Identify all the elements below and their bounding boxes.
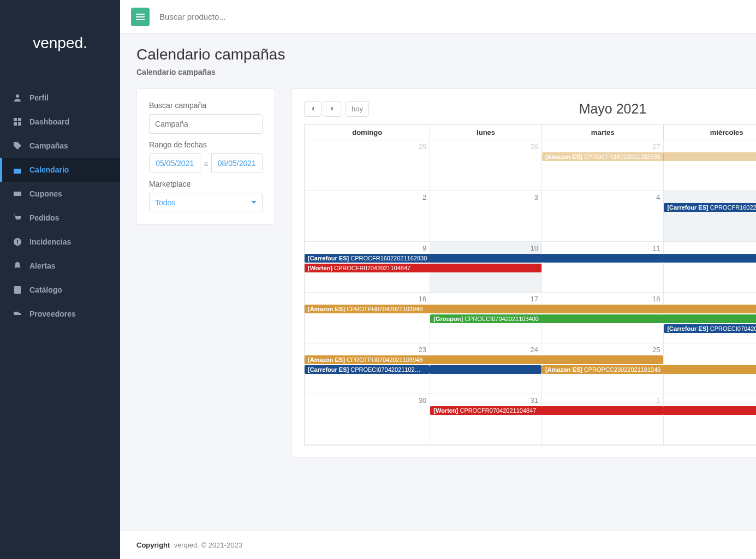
event-amazon[interactable]: [663, 305, 756, 313]
calendar-cell[interactable]: 31 [Worten] CPROCFR07042021104847: [430, 394, 542, 445]
event-worten[interactable]: [Worten] CPROCFR07042021104847: [305, 264, 430, 272]
sidebar-item-proveedores[interactable]: Proveedores: [0, 302, 120, 326]
event-carrefour[interactable]: [430, 365, 541, 374]
next-button[interactable]: [324, 101, 341, 117]
event-carrefour[interactable]: [Carrefour ES] CPROCFR16022021162830: [305, 254, 430, 263]
svg-rect-9: [17, 240, 18, 242]
calendar-cell[interactable]: 16 [Amazon ES] CPROTPH07042021103948: [305, 293, 430, 343]
event-worten[interactable]: [Worten] CPROCFR07042021104847: [430, 406, 542, 415]
event-worten[interactable]: [663, 406, 756, 415]
event-worten[interactable]: [430, 264, 541, 272]
event-groupon[interactable]: [663, 314, 756, 323]
sidebar-item-incidencias[interactable]: Incidencias: [0, 230, 120, 254]
calendar-cell[interactable]: 5 [Carrefour ES] CPROCFR16022021162830: [664, 191, 756, 242]
calendar-cell[interactable]: 4: [542, 191, 664, 242]
event-amazon[interactable]: [541, 355, 664, 364]
calendar-cell[interactable]: 1: [542, 394, 664, 445]
event-amazon[interactable]: [541, 305, 664, 313]
event-amazon[interactable]: [Amazon ES] CPROTPH07042021103948: [305, 305, 430, 313]
day-number: 16: [419, 295, 426, 303]
sidebar-item-campanas[interactable]: Campañas: [0, 134, 120, 158]
day-number: 4: [656, 193, 660, 201]
sidebar-item-label: Alertas: [29, 261, 55, 270]
day-number: 27: [652, 142, 660, 151]
event-amazon[interactable]: [663, 152, 756, 161]
svg-rect-3: [14, 122, 17, 126]
calendar-cell[interactable]: 17 [Groupon] CPROECI07042021103400: [430, 293, 542, 343]
event-amazon[interactable]: [430, 355, 542, 364]
sidebar-item-label: Cupones: [29, 189, 62, 198]
nav: Perfil Dashboard Campañas Calendario Cup…: [0, 86, 120, 559]
search-campaign-input[interactable]: [149, 114, 263, 134]
event-carrefour[interactable]: [Carrefour ES] CPROECI07042021102615: [664, 324, 756, 333]
svg-rect-12: [14, 312, 19, 315]
event-carrefour[interactable]: [Carrefour ES] CPROCFR16022021162830: [664, 203, 756, 212]
day-number: 23: [419, 346, 426, 354]
prev-button[interactable]: [304, 101, 322, 117]
sidebar: venped. Perfil Dashboard Campañas Calend…: [0, 0, 120, 559]
sidebar-item-label: Campañas: [29, 141, 68, 150]
event-code: CPROTPH07042021103948: [347, 306, 422, 312]
event-carrefour[interactable]: [Carrefour ES] CPROECI07042021102…: [305, 365, 430, 374]
event-carrefour[interactable]: [663, 254, 756, 263]
sidebar-item-perfil[interactable]: Perfil: [0, 86, 120, 110]
calendar-cell[interactable]: 25: [305, 140, 430, 191]
day-number: 25: [419, 142, 426, 151]
event-code: CPROCFR16022021162830: [350, 255, 427, 261]
calendar-cell[interactable]: 28: [664, 140, 756, 191]
event-amazon[interactable]: [Amazon ES] CPROTPH07042021103948: [305, 355, 430, 364]
alert-icon: [13, 237, 22, 246]
menu-toggle-button[interactable]: [131, 8, 150, 26]
svg-rect-14: [136, 16, 145, 17]
event-marketplace: [Amazon ES]: [308, 356, 345, 363]
calendar-cell[interactable]: 30: [305, 394, 430, 445]
event-amazon[interactable]: [430, 305, 542, 313]
day-header: lunes: [430, 125, 542, 140]
calendar-cell[interactable]: 24: [430, 343, 542, 394]
sidebar-item-dashboard[interactable]: Dashboard: [0, 110, 120, 134]
calendar-cell[interactable]: 2: [664, 394, 756, 445]
sidebar-item-cupones[interactable]: Cupones: [0, 182, 120, 206]
event-worten[interactable]: [541, 406, 664, 415]
sidebar-item-alertas[interactable]: Alertas: [0, 254, 120, 278]
calendar-cell[interactable]: 12: [664, 242, 756, 293]
sidebar-item-label: Proveedores: [29, 310, 76, 318]
date-from-input[interactable]: [149, 153, 200, 173]
bell-icon: [13, 261, 22, 270]
calendar-cell[interactable]: 10: [430, 242, 542, 293]
date-range-separator: a: [200, 159, 211, 168]
calendar-cell[interactable]: 9 [Carrefour ES] CPROCFR16022021162830 […: [305, 242, 430, 293]
calendar-cell[interactable]: 25 [Amazon ES] CPROPCC23022021181246: [542, 343, 664, 394]
sidebar-item-pedidos[interactable]: Pedidos: [0, 206, 120, 230]
brand-logo: venped.: [0, 0, 120, 86]
event-marketplace: [Carrefour ES]: [667, 204, 708, 211]
calendar-cell[interactable]: 11: [542, 242, 664, 293]
event-carrefour[interactable]: [541, 254, 664, 263]
calendar-cell[interactable]: 26: [664, 343, 756, 394]
event-groupon[interactable]: [541, 314, 664, 323]
day-number: 26: [530, 142, 538, 151]
sidebar-item-calendario[interactable]: Calendario: [0, 158, 120, 182]
search-input[interactable]: [159, 12, 756, 21]
day-number: 25: [652, 346, 660, 354]
event-groupon[interactable]: [Groupon] CPROECI07042021103400: [430, 314, 542, 323]
date-to-input[interactable]: [211, 153, 263, 173]
calendar-cell[interactable]: 19 [Carrefour ES] CPROECI07042021102615: [664, 293, 756, 343]
event-carrefour[interactable]: [430, 254, 542, 263]
calendar-cell[interactable]: 26: [430, 140, 542, 191]
marketplace-select[interactable]: Todos: [149, 193, 263, 212]
today-button[interactable]: hoy: [346, 101, 369, 117]
event-amazon[interactable]: [Amazon ES] CPROCFR16022021162830: [542, 152, 664, 161]
svg-rect-6: [14, 166, 21, 169]
sidebar-item-catalogo[interactable]: Catálogo: [0, 278, 120, 302]
event-marketplace: [Worten]: [308, 265, 332, 271]
event-amazon[interactable]: [663, 365, 756, 374]
calendar-cell[interactable]: 27 [Amazon ES] CPROCFR16022021162830: [542, 140, 664, 191]
calendar-cell[interactable]: 18: [542, 293, 664, 343]
day-number: 31: [530, 396, 538, 405]
calendar-cell[interactable]: 23 [Amazon ES] CPROTPH07042021103948 [Ca…: [305, 343, 430, 394]
day-header: miércoles: [664, 125, 756, 140]
event-amazon[interactable]: [Amazon ES] CPROPCC23022021181246: [542, 365, 664, 374]
calendar-cell[interactable]: 3: [430, 191, 542, 242]
calendar-cell[interactable]: 2: [305, 191, 430, 242]
